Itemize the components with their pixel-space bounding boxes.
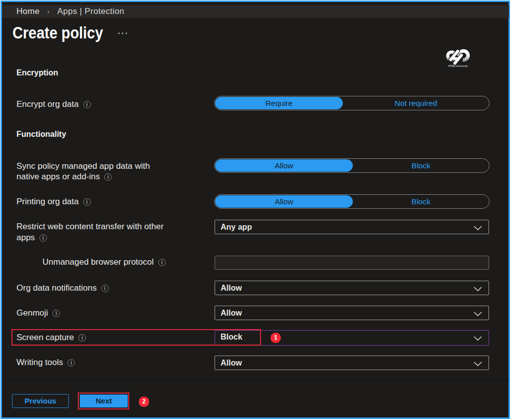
svg-text:HTMD Community: HTMD Community xyxy=(448,65,468,67)
